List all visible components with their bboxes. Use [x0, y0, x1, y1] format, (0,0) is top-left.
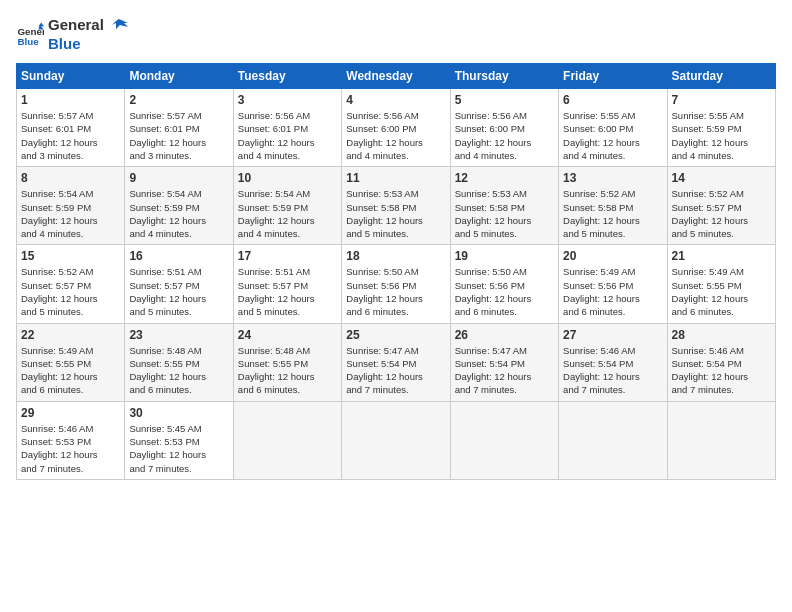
calendar-cell: 6Sunrise: 5:55 AMSunset: 6:00 PMDaylight… [559, 89, 667, 167]
day-number: 8 [21, 171, 120, 185]
weekday-header-monday: Monday [125, 64, 233, 89]
day-number: 14 [672, 171, 771, 185]
calendar-cell: 8Sunrise: 5:54 AMSunset: 5:59 PMDaylight… [17, 167, 125, 245]
day-info: Sunrise: 5:57 AMSunset: 6:01 PMDaylight:… [129, 109, 228, 162]
day-number: 25 [346, 328, 445, 342]
day-info: Sunrise: 5:50 AMSunset: 5:56 PMDaylight:… [455, 265, 554, 318]
calendar-cell: 27Sunrise: 5:46 AMSunset: 5:54 PMDayligh… [559, 323, 667, 401]
logo-icon: General Blue [16, 21, 44, 49]
week-row-1: 1Sunrise: 5:57 AMSunset: 6:01 PMDaylight… [17, 89, 776, 167]
calendar-cell: 5Sunrise: 5:56 AMSunset: 6:00 PMDaylight… [450, 89, 558, 167]
weekday-header-thursday: Thursday [450, 64, 558, 89]
calendar-cell: 16Sunrise: 5:51 AMSunset: 5:57 PMDayligh… [125, 245, 233, 323]
day-info: Sunrise: 5:50 AMSunset: 5:56 PMDaylight:… [346, 265, 445, 318]
day-number: 18 [346, 249, 445, 263]
calendar-cell: 9Sunrise: 5:54 AMSunset: 5:59 PMDaylight… [125, 167, 233, 245]
day-info: Sunrise: 5:49 AMSunset: 5:55 PMDaylight:… [672, 265, 771, 318]
day-number: 21 [672, 249, 771, 263]
calendar-cell: 20Sunrise: 5:49 AMSunset: 5:56 PMDayligh… [559, 245, 667, 323]
weekday-header-row: SundayMondayTuesdayWednesdayThursdayFrid… [17, 64, 776, 89]
page: General Blue General Blue SundayMondayT [0, 0, 792, 612]
day-number: 7 [672, 93, 771, 107]
day-number: 3 [238, 93, 337, 107]
calendar-cell: 13Sunrise: 5:52 AMSunset: 5:58 PMDayligh… [559, 167, 667, 245]
svg-text:Blue: Blue [17, 35, 39, 46]
logo-general: General [48, 16, 128, 35]
day-info: Sunrise: 5:51 AMSunset: 5:57 PMDaylight:… [238, 265, 337, 318]
header: General Blue General Blue [16, 16, 776, 53]
day-number: 30 [129, 406, 228, 420]
day-info: Sunrise: 5:48 AMSunset: 5:55 PMDaylight:… [129, 344, 228, 397]
day-info: Sunrise: 5:51 AMSunset: 5:57 PMDaylight:… [129, 265, 228, 318]
day-info: Sunrise: 5:56 AMSunset: 6:01 PMDaylight:… [238, 109, 337, 162]
calendar-cell: 1Sunrise: 5:57 AMSunset: 6:01 PMDaylight… [17, 89, 125, 167]
day-info: Sunrise: 5:56 AMSunset: 6:00 PMDaylight:… [455, 109, 554, 162]
day-info: Sunrise: 5:52 AMSunset: 5:58 PMDaylight:… [563, 187, 662, 240]
day-number: 13 [563, 171, 662, 185]
calendar-cell: 10Sunrise: 5:54 AMSunset: 5:59 PMDayligh… [233, 167, 341, 245]
calendar-cell [559, 401, 667, 479]
weekday-header-friday: Friday [559, 64, 667, 89]
weekday-header-tuesday: Tuesday [233, 64, 341, 89]
calendar-body: 1Sunrise: 5:57 AMSunset: 6:01 PMDaylight… [17, 89, 776, 480]
day-info: Sunrise: 5:54 AMSunset: 5:59 PMDaylight:… [129, 187, 228, 240]
day-info: Sunrise: 5:48 AMSunset: 5:55 PMDaylight:… [238, 344, 337, 397]
svg-marker-4 [112, 19, 128, 29]
calendar-cell [450, 401, 558, 479]
day-number: 20 [563, 249, 662, 263]
calendar-cell: 14Sunrise: 5:52 AMSunset: 5:57 PMDayligh… [667, 167, 775, 245]
week-row-5: 29Sunrise: 5:46 AMSunset: 5:53 PMDayligh… [17, 401, 776, 479]
calendar-cell: 18Sunrise: 5:50 AMSunset: 5:56 PMDayligh… [342, 245, 450, 323]
day-number: 19 [455, 249, 554, 263]
calendar-cell: 4Sunrise: 5:56 AMSunset: 6:00 PMDaylight… [342, 89, 450, 167]
day-info: Sunrise: 5:54 AMSunset: 5:59 PMDaylight:… [238, 187, 337, 240]
day-number: 28 [672, 328, 771, 342]
day-number: 1 [21, 93, 120, 107]
calendar-cell [342, 401, 450, 479]
day-info: Sunrise: 5:47 AMSunset: 5:54 PMDaylight:… [455, 344, 554, 397]
day-info: Sunrise: 5:53 AMSunset: 5:58 PMDaylight:… [346, 187, 445, 240]
calendar-cell [233, 401, 341, 479]
day-number: 5 [455, 93, 554, 107]
day-info: Sunrise: 5:52 AMSunset: 5:57 PMDaylight:… [672, 187, 771, 240]
day-number: 10 [238, 171, 337, 185]
day-info: Sunrise: 5:45 AMSunset: 5:53 PMDaylight:… [129, 422, 228, 475]
day-info: Sunrise: 5:52 AMSunset: 5:57 PMDaylight:… [21, 265, 120, 318]
calendar-table: SundayMondayTuesdayWednesdayThursdayFrid… [16, 63, 776, 480]
calendar-cell: 11Sunrise: 5:53 AMSunset: 5:58 PMDayligh… [342, 167, 450, 245]
day-info: Sunrise: 5:53 AMSunset: 5:58 PMDaylight:… [455, 187, 554, 240]
day-number: 12 [455, 171, 554, 185]
calendar-cell: 12Sunrise: 5:53 AMSunset: 5:58 PMDayligh… [450, 167, 558, 245]
logo-bird-icon [110, 17, 128, 35]
day-info: Sunrise: 5:47 AMSunset: 5:54 PMDaylight:… [346, 344, 445, 397]
calendar-cell [667, 401, 775, 479]
day-info: Sunrise: 5:46 AMSunset: 5:54 PMDaylight:… [672, 344, 771, 397]
day-number: 2 [129, 93, 228, 107]
calendar-cell: 17Sunrise: 5:51 AMSunset: 5:57 PMDayligh… [233, 245, 341, 323]
calendar-cell: 30Sunrise: 5:45 AMSunset: 5:53 PMDayligh… [125, 401, 233, 479]
day-info: Sunrise: 5:46 AMSunset: 5:54 PMDaylight:… [563, 344, 662, 397]
calendar-cell: 2Sunrise: 5:57 AMSunset: 6:01 PMDaylight… [125, 89, 233, 167]
weekday-header-saturday: Saturday [667, 64, 775, 89]
day-info: Sunrise: 5:55 AMSunset: 6:00 PMDaylight:… [563, 109, 662, 162]
calendar-cell: 21Sunrise: 5:49 AMSunset: 5:55 PMDayligh… [667, 245, 775, 323]
day-number: 11 [346, 171, 445, 185]
logo: General Blue General Blue [16, 16, 128, 53]
calendar-cell: 28Sunrise: 5:46 AMSunset: 5:54 PMDayligh… [667, 323, 775, 401]
week-row-2: 8Sunrise: 5:54 AMSunset: 5:59 PMDaylight… [17, 167, 776, 245]
day-number: 16 [129, 249, 228, 263]
day-number: 27 [563, 328, 662, 342]
weekday-header-sunday: Sunday [17, 64, 125, 89]
day-info: Sunrise: 5:49 AMSunset: 5:56 PMDaylight:… [563, 265, 662, 318]
calendar-cell: 23Sunrise: 5:48 AMSunset: 5:55 PMDayligh… [125, 323, 233, 401]
day-number: 24 [238, 328, 337, 342]
calendar-cell: 22Sunrise: 5:49 AMSunset: 5:55 PMDayligh… [17, 323, 125, 401]
svg-marker-2 [38, 22, 44, 26]
week-row-4: 22Sunrise: 5:49 AMSunset: 5:55 PMDayligh… [17, 323, 776, 401]
day-number: 17 [238, 249, 337, 263]
day-info: Sunrise: 5:49 AMSunset: 5:55 PMDaylight:… [21, 344, 120, 397]
calendar-cell: 24Sunrise: 5:48 AMSunset: 5:55 PMDayligh… [233, 323, 341, 401]
calendar-cell: 25Sunrise: 5:47 AMSunset: 5:54 PMDayligh… [342, 323, 450, 401]
calendar-cell: 3Sunrise: 5:56 AMSunset: 6:01 PMDaylight… [233, 89, 341, 167]
day-number: 15 [21, 249, 120, 263]
